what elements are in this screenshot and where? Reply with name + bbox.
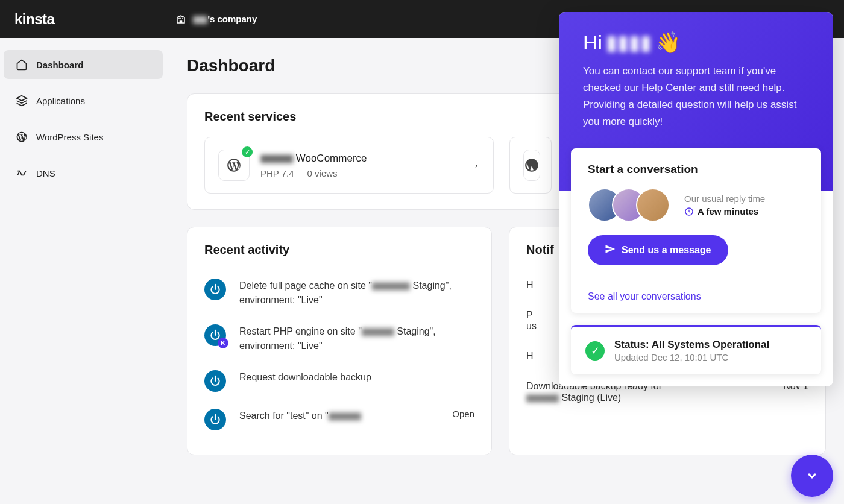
sidebar-item-label: DNS — [36, 168, 55, 178]
sidebar-item-label: WordPress Sites — [36, 132, 103, 142]
intercom-conversation-card: Start a conversation Our usual reply tim… — [571, 148, 821, 313]
status-title: Status: All Systems Operational — [614, 339, 769, 351]
wordpress-icon — [524, 157, 540, 173]
sidebar-item-dns[interactable]: DNS — [4, 159, 163, 187]
status-check-icon: ✓ — [585, 341, 605, 361]
kinsta-logo[interactable]: kinsta — [14, 11, 54, 28]
sidebar-item-wordpress[interactable]: WordPress Sites — [4, 122, 163, 151]
building-icon — [175, 13, 187, 25]
activity-text: Restart PHP engine on site "▮▮▮▮▮▮ Stagi… — [239, 324, 474, 353]
sidebar-item-label: Dashboard — [36, 60, 83, 70]
arrow-right-icon: → — [468, 159, 480, 172]
service-info: ▮▮▮▮▮▮ WooCommerce PHP 7.4 0 views — [260, 152, 457, 178]
agent-avatar — [636, 188, 670, 222]
stack-icon — [16, 95, 28, 107]
agent-avatars — [588, 188, 670, 222]
service-card[interactable]: ✓ ▮▮▮▮▮▮ WooCommerce PHP 7.4 0 views → — [204, 137, 494, 194]
intercom-greeting: Hi ▮▮▮▮ 👋 — [583, 30, 809, 54]
service-php: PHP 7.4 — [260, 168, 294, 178]
service-card-truncated[interactable] — [509, 137, 552, 194]
intercom-description: You can contact our support team if you'… — [583, 63, 809, 130]
recent-activity-title: Recent activity — [204, 243, 474, 257]
home-icon — [16, 58, 28, 71]
sidebar: Dashboard Applications WordPress Sites D… — [0, 38, 169, 504]
sidebar-item-applications[interactable]: Applications — [4, 86, 163, 115]
power-icon — [204, 279, 226, 300]
intercom-status-card[interactable]: ✓ Status: All Systems Operational Update… — [571, 325, 821, 374]
wordpress-icon — [16, 131, 28, 143]
power-icon — [204, 370, 226, 392]
activity-status: Open — [452, 409, 474, 419]
reply-time-label: Our usual reply time — [684, 194, 765, 204]
activity-text: Search for "test" on "▮▮▮▮▮▮ — [239, 409, 439, 423]
activity-item[interactable]: KRestart PHP engine on site "▮▮▮▮▮▮ Stag… — [204, 316, 474, 362]
activity-text: Request downloadable backup — [239, 370, 474, 385]
service-icon-wrap: ✓ — [218, 150, 250, 181]
see-all-conversations-link[interactable]: See all your conversations — [588, 291, 701, 301]
status-updated: Updated Dec 12, 10:01 UTC — [614, 352, 769, 362]
clock-icon — [684, 207, 694, 216]
sidebar-item-dashboard[interactable]: Dashboard — [4, 50, 163, 79]
dns-icon — [16, 167, 28, 179]
service-name: ▮▮▮▮▮▮ WooCommerce — [260, 152, 457, 165]
intercom-toggle-button[interactable] — [791, 455, 833, 497]
activity-item[interactable]: Search for "test" on "▮▮▮▮▮▮Open — [204, 400, 474, 439]
company-name: ▮▮▮'s company — [193, 14, 257, 25]
kinsta-badge-icon: K — [218, 338, 228, 348]
wordpress-icon — [226, 157, 242, 173]
intercom-widget: Hi ▮▮▮▮ 👋 You can contact our support te… — [559, 12, 833, 386]
service-views: 0 views — [307, 168, 338, 178]
activity-text: Delete full page cache on site "▮▮▮▮▮▮▮ … — [239, 279, 474, 307]
power-icon: K — [204, 324, 226, 346]
sidebar-item-label: Applications — [36, 96, 85, 106]
activity-item[interactable]: Delete full page cache on site "▮▮▮▮▮▮▮ … — [204, 270, 474, 316]
service-icon-wrap — [523, 150, 540, 181]
power-icon — [204, 409, 226, 430]
company-selector[interactable]: ▮▮▮'s company — [175, 13, 257, 25]
status-check-icon: ✓ — [242, 146, 253, 157]
activity-item[interactable]: Request downloadable backup — [204, 362, 474, 400]
send-icon — [605, 244, 616, 257]
send-message-button[interactable]: Send us a message — [588, 235, 728, 265]
chevron-down-icon — [805, 468, 819, 483]
recent-activity-panel: Recent activity Delete full page cache o… — [187, 227, 492, 455]
intercom-card-title: Start a conversation — [588, 163, 804, 176]
reply-time-value: A few minutes — [684, 206, 765, 216]
